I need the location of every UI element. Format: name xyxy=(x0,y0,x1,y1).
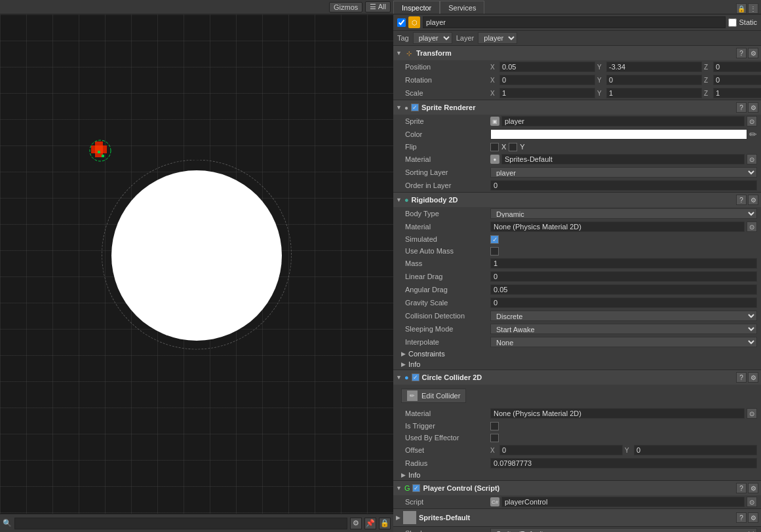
rb-material-input[interactable] xyxy=(490,221,745,232)
sprite-pick-btn[interactable]: ⊙ xyxy=(747,116,757,126)
cc-enable-checkbox[interactable]: ✓ xyxy=(412,373,420,381)
color-picker-btn[interactable]: ✏ xyxy=(749,129,757,140)
pos-y-input[interactable] xyxy=(606,62,702,72)
body-type-dropdown[interactable]: Dynamic xyxy=(490,208,757,219)
is-trigger-checkbox[interactable] xyxy=(490,422,499,430)
tab-inspector[interactable]: Inspector xyxy=(393,1,440,14)
pc-gear-btn[interactable]: ⚙ xyxy=(748,483,758,493)
cc-header[interactable]: ▼ ● ✓ Circle Collider 2D ? ⚙ xyxy=(393,370,761,385)
pc-info-btn[interactable]: ? xyxy=(736,483,747,493)
linear-drag-input[interactable] xyxy=(490,271,757,282)
gravity-scale-input[interactable] xyxy=(490,297,757,308)
linear-drag-value xyxy=(490,271,757,282)
cc-gear-btn[interactable]: ⚙ xyxy=(748,372,758,383)
sr-material-input[interactable] xyxy=(501,154,745,164)
sd-gear-btn[interactable]: ⚙ xyxy=(748,512,758,523)
script-pick-btn[interactable]: ⊙ xyxy=(747,497,757,507)
transform-header[interactable]: ▼ ⊹ Transform ? ⚙ xyxy=(393,46,761,60)
svg-rect-3 xyxy=(95,145,99,149)
inspector-menu-icon[interactable]: ⋮ xyxy=(748,3,758,14)
auto-mass-checkbox[interactable] xyxy=(490,247,499,256)
scene-pin-icon[interactable]: 📌 xyxy=(364,518,376,529)
pc-header[interactable]: ▼ G ✓ Player Control (Script) ? ⚙ xyxy=(393,481,761,495)
layer-dropdown[interactable]: player xyxy=(478,32,517,44)
radius-input[interactable] xyxy=(490,458,757,468)
svg-rect-9 xyxy=(103,149,107,153)
sr-enable-checkbox[interactable]: ✓ xyxy=(411,104,419,111)
gizmos-button[interactable]: Gizmos xyxy=(329,2,362,12)
scale-x-input[interactable] xyxy=(499,88,595,98)
rb-gear-btn[interactable]: ⚙ xyxy=(748,195,758,205)
sprite-value: ▣ ⊙ xyxy=(490,116,757,126)
flip-value: X Y xyxy=(490,143,757,151)
mass-input[interactable] xyxy=(490,258,757,269)
rb-info-section[interactable]: ▶ Info xyxy=(393,359,761,370)
sprite-renderer-component: ▼ ● ✓ Sprite Renderer ? ⚙ Sprite ▣ ⊙ Col… xyxy=(393,100,761,193)
sprite-input[interactable] xyxy=(501,116,745,126)
sleeping-mode-dropdown[interactable]: Start Awake xyxy=(490,324,757,334)
order-in-layer-input[interactable] xyxy=(490,180,757,191)
scale-z-input[interactable] xyxy=(713,88,761,98)
rot-z-input[interactable] xyxy=(713,75,761,85)
sorting-layer-dropdown[interactable]: player xyxy=(490,167,757,178)
sprite-thumb-icon: ▣ xyxy=(490,117,499,126)
transform-gear-btn[interactable]: ⚙ xyxy=(748,48,758,58)
flip-x-checkbox[interactable] xyxy=(490,143,499,151)
offset-x-input[interactable] xyxy=(499,445,623,455)
sprite-renderer-header[interactable]: ▼ ● ✓ Sprite Renderer ? ⚙ xyxy=(393,100,761,115)
used-by-effector-checkbox[interactable] xyxy=(490,434,499,442)
pc-enable-checkbox[interactable]: ✓ xyxy=(412,484,420,492)
obj-active-checkbox[interactable] xyxy=(397,18,406,27)
tab-services[interactable]: Services xyxy=(440,1,484,14)
color-swatch[interactable] xyxy=(490,129,747,140)
cc-info-arrow: ▶ xyxy=(401,472,406,478)
transform-info-btn[interactable]: ? xyxy=(736,48,747,58)
pos-x-input[interactable] xyxy=(499,62,595,72)
rb-material-pick-btn[interactable]: ⊙ xyxy=(747,221,757,232)
rot-x-input[interactable] xyxy=(499,75,595,85)
inspector-lock-icon[interactable]: 🔒 xyxy=(736,3,747,14)
gravity-scale-label: Gravity Scale xyxy=(405,299,490,307)
sr-info-btn[interactable]: ? xyxy=(736,102,747,113)
pc-title: Player Control (Script) xyxy=(423,484,733,492)
cc-material-input[interactable] xyxy=(490,408,745,419)
cc-comp-btns: ? ⚙ xyxy=(736,372,758,383)
collision-detection-dropdown[interactable]: Discrete xyxy=(490,311,757,321)
offset-y-input[interactable] xyxy=(634,445,757,455)
sleeping-mode-row: Sleeping Mode Start Awake xyxy=(393,322,761,335)
edit-collider-button[interactable]: ✏ Edit Collider xyxy=(401,389,466,403)
inspector-scroll[interactable]: ⬡ Static Tag player Layer player ▼ ⊹ xyxy=(393,14,761,532)
interpolate-dropdown[interactable]: None xyxy=(490,337,757,347)
rot-y-input[interactable] xyxy=(606,75,702,85)
pos-z-input[interactable] xyxy=(713,62,761,72)
scene-settings-icon[interactable]: ⚙ xyxy=(350,518,362,529)
cc-info-section[interactable]: ▶ Info xyxy=(393,470,761,480)
auto-mass-row: Use Auto Mass xyxy=(393,245,761,257)
shader-value: Sprites/Default xyxy=(490,528,757,532)
scene-search-input[interactable] xyxy=(14,518,347,529)
rb-info-btn[interactable]: ? xyxy=(736,195,747,205)
script-input[interactable] xyxy=(501,497,745,507)
circle-collider2d-component: ▼ ● ✓ Circle Collider 2D ? ⚙ ✏ Edit Coll… xyxy=(393,370,761,481)
cc-info-btn[interactable]: ? xyxy=(736,372,747,383)
angular-drag-input[interactable] xyxy=(490,284,757,295)
cc-material-pick-btn[interactable]: ⊙ xyxy=(747,408,757,419)
all-button[interactable]: ☰ All xyxy=(365,1,391,12)
shader-dropdown[interactable]: Sprites/Default xyxy=(490,528,757,532)
constraints-section[interactable]: ▶ Constraints xyxy=(393,349,761,359)
scale-y-input[interactable] xyxy=(606,88,702,98)
scene-lock-icon[interactable]: 🔒 xyxy=(379,518,391,529)
simulated-checkbox[interactable]: ✓ xyxy=(490,235,499,244)
material-pick-btn[interactable]: ⊙ xyxy=(747,154,757,164)
sd-info-btn[interactable]: ? xyxy=(736,512,747,523)
color-value: ✏ xyxy=(490,129,757,140)
sr-gear-btn[interactable]: ⚙ xyxy=(748,102,758,113)
static-checkbox[interactable] xyxy=(728,18,737,27)
tag-dropdown[interactable]: player xyxy=(413,32,452,44)
sprites-default-header[interactable]: ▶ Sprites-Default ? ⚙ xyxy=(393,509,761,527)
svg-rect-6 xyxy=(91,149,95,153)
flip-y-checkbox[interactable] xyxy=(509,143,517,151)
rigidbody2d-header[interactable]: ▼ ● Rigidbody 2D ? ⚙ xyxy=(393,193,761,207)
angular-drag-value xyxy=(490,284,757,295)
obj-name-input[interactable] xyxy=(423,16,726,28)
